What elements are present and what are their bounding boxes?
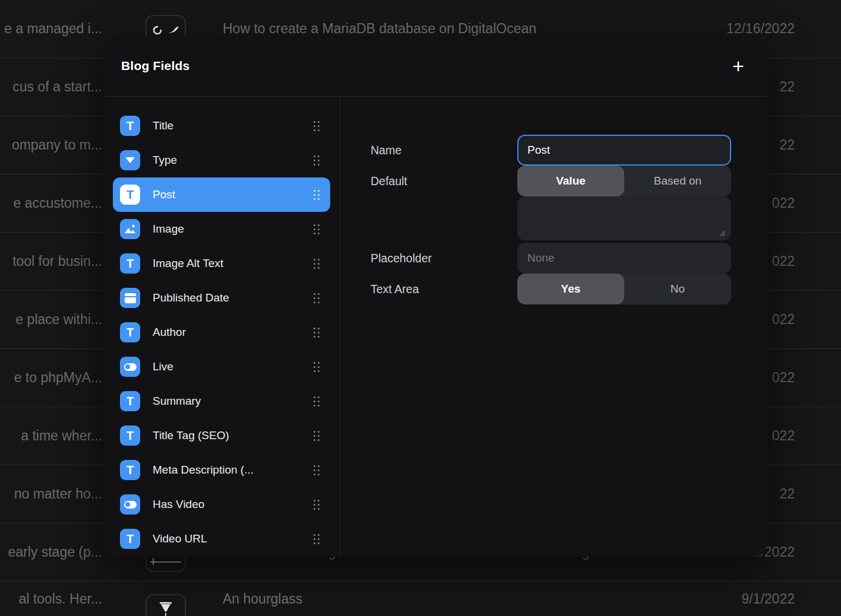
drag-handle[interactable] bbox=[314, 328, 320, 338]
field-item-published-date[interactable]: Published Date bbox=[113, 281, 330, 315]
row-snippet: al tools. Her... bbox=[0, 591, 102, 607]
toggle-field-icon bbox=[120, 494, 140, 515]
text-field-icon: T bbox=[120, 116, 140, 136]
field-item-meta-description[interactable]: T Meta Description (... bbox=[113, 453, 330, 487]
placeholder-label: Placeholder bbox=[371, 252, 517, 265]
toggle-field-icon bbox=[120, 357, 140, 377]
row-snippet: tool for busin... bbox=[0, 253, 102, 269]
text-field-icon: T bbox=[120, 253, 140, 274]
text-area-segmented-control: Yes No bbox=[517, 274, 731, 304]
row-snippet: a time wher... bbox=[0, 428, 102, 444]
row-snippet: e to phpMyA... bbox=[0, 370, 102, 386]
row-date: 022 bbox=[772, 428, 795, 444]
field-item-post[interactable]: T Post bbox=[113, 177, 330, 212]
field-list: T Title Type T Post Image bbox=[105, 97, 340, 557]
drag-handle[interactable] bbox=[314, 431, 320, 441]
row-date: 22 bbox=[779, 79, 795, 95]
blog-fields-dialog: Blog Fields + T Title Type T Post bbox=[105, 36, 767, 557]
field-item-video-url[interactable]: T Video URL bbox=[113, 522, 330, 556]
text-area-no-option[interactable]: No bbox=[624, 274, 731, 304]
mariadb-seal-icon bbox=[147, 26, 185, 35]
dialog-header: Blog Fields + bbox=[105, 36, 767, 97]
field-item-image-alt-text[interactable]: T Image Alt Text bbox=[113, 246, 330, 281]
field-item-image[interactable]: Image bbox=[113, 212, 330, 246]
drag-handle[interactable] bbox=[314, 155, 320, 166]
add-field-button[interactable]: + bbox=[726, 54, 750, 78]
field-item-has-video[interactable]: Has Video bbox=[113, 487, 330, 522]
date-field-icon bbox=[120, 288, 140, 308]
field-settings-panel: Name Default Value Based on bbox=[340, 97, 767, 557]
row-snippet: ompany to m... bbox=[0, 137, 102, 153]
drag-handle[interactable] bbox=[314, 465, 320, 475]
row-snippet: no matter ho... bbox=[0, 486, 102, 502]
text-field-icon: T bbox=[120, 322, 140, 342]
drag-handle[interactable] bbox=[314, 500, 320, 510]
row-snippet: cus of a start... bbox=[0, 79, 102, 95]
name-label: Name bbox=[371, 144, 517, 157]
row-title: An hourglass bbox=[223, 591, 722, 607]
row-date: 12/16/2022 bbox=[726, 21, 795, 37]
row-date: 022 bbox=[772, 195, 795, 211]
select-field-icon bbox=[120, 150, 140, 170]
field-item-author[interactable]: T Author bbox=[113, 315, 330, 350]
drag-handle[interactable] bbox=[314, 224, 320, 234]
row-date: 22 bbox=[779, 137, 795, 153]
row-date: 022 bbox=[772, 253, 795, 269]
field-item-live[interactable]: Live bbox=[113, 350, 330, 384]
drag-handle[interactable] bbox=[314, 259, 320, 269]
text-field-icon: T bbox=[120, 426, 140, 446]
placeholder-input[interactable] bbox=[517, 243, 731, 274]
default-value-option[interactable]: Value bbox=[517, 166, 624, 196]
row-date: 022 bbox=[772, 370, 795, 386]
hourglass-thumbnail bbox=[146, 594, 186, 616]
field-item-summary[interactable]: T Summary bbox=[113, 384, 330, 418]
field-item-title[interactable]: T Title bbox=[113, 109, 330, 143]
default-label: Default bbox=[371, 174, 517, 188]
row-snippet: e accustome... bbox=[0, 195, 102, 211]
default-mode-segmented-control: Value Based on bbox=[517, 166, 731, 196]
table-row[interactable]: al tools. Her... An hourglass 9/1/2022 bbox=[0, 582, 841, 616]
row-snippet: early stage (p... bbox=[0, 544, 102, 560]
field-item-title-tag-seo[interactable]: T Title Tag (SEO) bbox=[113, 418, 330, 453]
row-snippet: e place withi... bbox=[0, 312, 102, 328]
text-field-icon: T bbox=[120, 529, 140, 549]
drag-handle[interactable] bbox=[314, 396, 320, 407]
default-based-on-option[interactable]: Based on bbox=[624, 166, 731, 196]
dialog-title: Blog Fields bbox=[121, 59, 189, 73]
row-title: How to create a MariaDB database on Digi… bbox=[223, 21, 722, 37]
row-date: 022 bbox=[772, 312, 795, 328]
hourglass-icon bbox=[147, 595, 185, 616]
drag-handle[interactable] bbox=[314, 534, 320, 544]
text-area-yes-option[interactable]: Yes bbox=[517, 274, 624, 304]
default-value-textarea[interactable] bbox=[517, 196, 731, 240]
row-date: 22 bbox=[779, 486, 795, 502]
text-field-icon: T bbox=[120, 185, 140, 205]
name-input[interactable] bbox=[517, 135, 731, 166]
text-field-icon: T bbox=[120, 391, 140, 411]
row-date: 9/1/2022 bbox=[741, 591, 795, 607]
text-field-icon: T bbox=[120, 460, 140, 480]
row-snippet: e a managed i... bbox=[0, 21, 102, 37]
field-item-type[interactable]: Type bbox=[113, 143, 330, 177]
image-field-icon bbox=[120, 219, 140, 239]
plus-icon: + bbox=[732, 56, 744, 76]
drag-handle[interactable] bbox=[314, 293, 320, 303]
drag-handle[interactable] bbox=[314, 121, 320, 131]
drag-handle[interactable] bbox=[314, 362, 320, 372]
drag-handle[interactable] bbox=[314, 190, 320, 200]
text-area-label: Text Area bbox=[371, 282, 517, 296]
